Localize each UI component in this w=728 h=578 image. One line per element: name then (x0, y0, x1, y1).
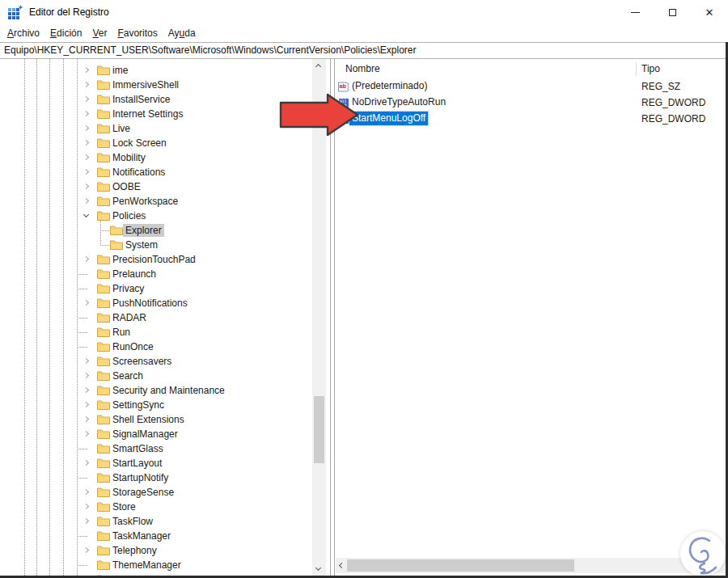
folder-icon (97, 123, 110, 133)
chevron-right-icon[interactable] (83, 460, 89, 466)
tree-item-thememanager[interactable]: ThemeManager (0, 558, 312, 572)
minimize-button[interactable] (616, 0, 654, 24)
menu-item-archivo[interactable]: Archivo (7, 27, 40, 39)
tree-item-startupnotify[interactable]: StartupNotify (0, 470, 312, 485)
chevron-right-icon[interactable] (83, 140, 89, 146)
tree-item-privacy[interactable]: Privacy (0, 281, 312, 296)
value-name: NoDriveTypeAutoRun (349, 95, 448, 109)
chevron-right-icon[interactable] (83, 125, 89, 131)
chevron-right-icon[interactable] (83, 198, 89, 204)
tree-item-label: System (123, 238, 160, 251)
tree-item-storagesense[interactable]: StorageSense (0, 485, 312, 500)
address-bar[interactable]: Equipo\HKEY_CURRENT_USER\Software\Micros… (0, 42, 728, 59)
tree-item-run[interactable]: Run (0, 325, 312, 340)
column-header-tipo[interactable]: Tipo (641, 61, 660, 77)
tree-item-precisiontouchpad[interactable]: PrecisionTouchPad (0, 252, 312, 267)
chevron-right-icon[interactable] (83, 358, 89, 364)
tree-item-radar[interactable]: RADAR (0, 310, 312, 325)
tree-item-smartglass[interactable]: SmartGlass (0, 441, 312, 456)
folder-icon (97, 443, 110, 454)
value-row-predeterminado[interactable]: ab(Predeterminado)REG_SZ (336, 78, 726, 95)
tree-item-internet-settings[interactable]: Internet Settings (0, 107, 312, 121)
menu-item-ayuda[interactable]: Ayuda (168, 27, 196, 39)
chevron-right-icon[interactable] (83, 373, 89, 378)
tree-item-shell-extensions[interactable]: Shell Extensions (0, 412, 312, 427)
chevron-right-icon[interactable] (83, 518, 89, 524)
tree-item-telephony[interactable]: Telephony (0, 543, 312, 558)
tree-item-signalmanager[interactable]: SignalManager (0, 427, 312, 441)
column-separator[interactable] (636, 62, 637, 76)
chevron-right-icon[interactable] (83, 96, 89, 102)
chevron-right-icon[interactable] (83, 169, 89, 175)
tree-item-notifications[interactable]: Notifications (0, 165, 312, 179)
horizontal-scrollbar[interactable] (336, 558, 726, 573)
tree-item-prelaunch[interactable]: Prelaunch (0, 267, 312, 281)
tree-item-policies[interactable]: Policies (0, 209, 312, 223)
chevron-right-icon[interactable] (83, 416, 89, 422)
chevron-right-icon[interactable] (83, 67, 89, 73)
vertical-scrollbar-thumb[interactable] (314, 396, 324, 463)
tree-item-label: Shell Extensions (110, 413, 187, 426)
chevron-right-icon[interactable] (83, 431, 89, 437)
tree-item-penworkspace[interactable]: PenWorkspace (0, 194, 312, 209)
value-type: REG_DWORD (641, 95, 705, 111)
value-row-nodrivetypeautorun[interactable]: 011110NoDriveTypeAutoRunREG_DWORD (336, 95, 726, 111)
horizontal-scrollbar-thumb[interactable] (347, 559, 574, 572)
folder-icon (97, 79, 110, 90)
tree-connector (100, 245, 109, 246)
column-header-nombre[interactable]: Nombre (345, 61, 380, 77)
tree-item-startlayout[interactable]: StartLayout (0, 456, 312, 470)
tree-item-system[interactable]: System (0, 238, 312, 252)
tree-item-lock-screen[interactable]: Lock Screen (0, 136, 312, 150)
chevron-right-icon[interactable] (83, 184, 89, 189)
tree-item-runonce[interactable]: RunOnce (0, 340, 312, 354)
tree-item-taskmanager[interactable]: TaskManager (0, 529, 312, 543)
chevron-right-icon[interactable] (83, 82, 89, 87)
tree-item-pushnotifications[interactable]: PushNotifications (0, 296, 312, 310)
tree-item-immersiveshell[interactable]: ImmersiveShell (0, 78, 312, 92)
tree-item-installservice[interactable]: InstallService (0, 92, 312, 107)
tree-item-label: ImmersiveShell (110, 78, 181, 91)
chevron-down-icon[interactable] (83, 212, 89, 217)
menu-item-edici-n[interactable]: Edición (50, 27, 82, 39)
folder-icon (97, 312, 110, 323)
scroll-up-icon[interactable] (315, 64, 321, 70)
menu-item-ver[interactable]: Ver (92, 27, 107, 39)
scroll-left-icon[interactable] (339, 563, 345, 568)
tree-item-store[interactable]: Store (0, 500, 312, 514)
tree-item-security-and-maintenance[interactable]: Security and Maintenance (0, 383, 312, 398)
value-row-startmenulogoff[interactable]: 011110StartMenuLogOffREG_DWORD (336, 111, 726, 127)
chevron-right-icon[interactable] (83, 504, 89, 509)
tree-item-settingsync[interactable]: SettingSync (0, 398, 312, 412)
chevron-right-icon[interactable] (83, 402, 89, 407)
value-name: StartMenuLogOff (349, 112, 428, 125)
tree-item-ime[interactable]: ime (0, 63, 312, 78)
chevron-right-icon[interactable] (83, 300, 89, 306)
tree-item-explorer[interactable]: Explorer (0, 223, 312, 238)
tree-item-mobility[interactable]: Mobility (0, 150, 312, 165)
tree-item-label: Telephony (110, 544, 159, 557)
tree-item-screensavers[interactable]: Screensavers (0, 354, 312, 369)
chevron-right-icon[interactable] (83, 387, 89, 393)
tree-item-label: ime (110, 64, 130, 77)
chevron-right-icon[interactable] (83, 111, 89, 116)
tree-item-search[interactable]: Search (0, 369, 312, 383)
tree-item-oobe[interactable]: OOBE (0, 179, 312, 194)
maximize-icon (669, 9, 676, 16)
chevron-right-icon[interactable] (83, 547, 89, 553)
chevron-right-icon[interactable] (83, 489, 89, 495)
tree-item-label: StartLayout (110, 457, 164, 470)
chevron-right-icon[interactable] (83, 256, 89, 262)
chevron-right-icon[interactable] (83, 154, 89, 160)
menu-item-favoritos[interactable]: Favoritos (117, 27, 157, 39)
tree-item-live[interactable]: Live (0, 121, 312, 136)
scroll-down-icon[interactable] (315, 565, 321, 571)
folder-icon (97, 487, 110, 497)
close-button[interactable]: ✕ (691, 0, 728, 24)
maximize-button[interactable] (654, 0, 691, 24)
tree-item-taskflow[interactable]: TaskFlow (0, 514, 312, 529)
tree-item-label: Policies (110, 209, 148, 222)
folder-icon (97, 65, 110, 75)
folder-icon (97, 356, 110, 366)
folder-icon (97, 196, 110, 206)
